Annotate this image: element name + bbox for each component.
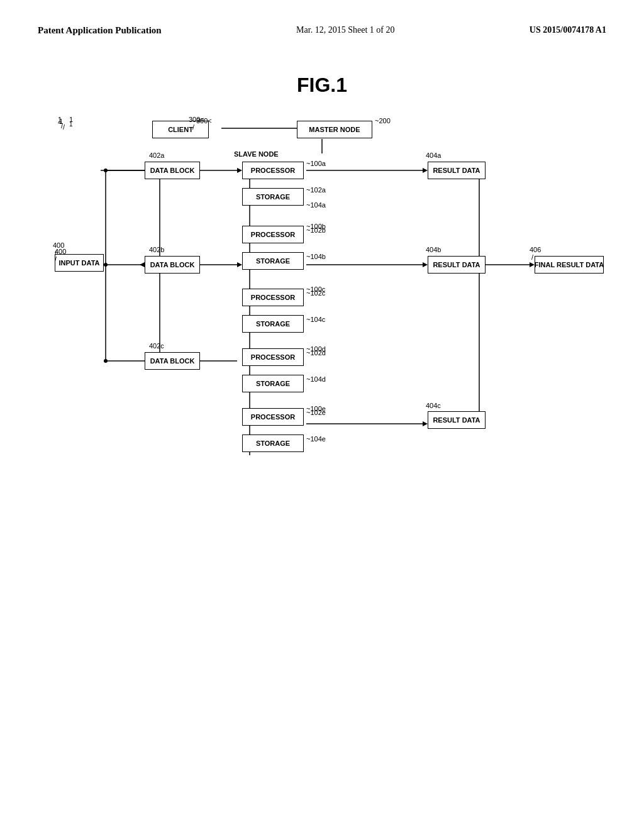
ref-100a: ~100a [306,160,326,167]
result-data-a-label: RESULT DATA [433,167,480,174]
processor-a-box: PROCESSOR [242,162,304,179]
data-block-a-label: DATA BLOCK [150,167,195,174]
ref-404c: 404c [426,402,441,409]
svg-marker-42 [423,168,428,173]
storage-c-label: STORAGE [256,320,290,328]
header: Patent Application Publication Mar. 12, … [38,25,606,36]
storage-e-box: STORAGE [242,434,304,452]
data-block-c-box: DATA BLOCK [145,352,200,370]
svg-marker-11 [237,262,242,267]
processor-b-label: PROCESSOR [251,231,295,238]
ref-200: ~200 [375,117,391,124]
processor-d-label: PROCESSOR [251,353,295,361]
storage-b-label: STORAGE [256,257,290,265]
ref-102d: ~102d [306,349,326,357]
result-data-c-label: RESULT DATA [433,416,480,424]
processor-e-label: PROCESSOR [251,413,295,421]
diagram-container: 1 1 CLIENT 300< MASTER NODE ~200 SLAVE N… [52,116,592,543]
processor-c-label: PROCESSOR [251,294,295,301]
processor-e-box: PROCESSOR [242,408,304,426]
svg-marker-51 [530,262,535,267]
page: Patent Application Publication Mar. 12, … [0,0,644,830]
diagram-svg [52,116,592,543]
ref-300-label: 300< / [189,116,204,131]
processor-d-box: PROCESSOR [242,348,304,366]
ref-404b: 404b [426,246,441,253]
ref-404a: 404a [426,152,441,159]
svg-marker-44 [423,262,428,267]
ref-104a: ~104a [306,201,326,209]
storage-c-box: STORAGE [242,315,304,333]
data-block-b-box: DATA BLOCK [145,256,200,274]
ref-402b: 402b [149,246,164,253]
header-center: Mar. 12, 2015 Sheet 1 of 20 [296,25,394,35]
ref-402a: 402a [149,152,164,159]
data-block-c-label: DATA BLOCK [150,357,195,365]
ref-104c: ~104c [306,316,325,323]
storage-a-label: STORAGE [256,193,290,201]
processor-c-box: PROCESSOR [242,289,304,306]
storage-e-label: STORAGE [256,440,290,447]
processor-a-label: PROCESSOR [251,167,295,174]
result-data-b-label: RESULT DATA [433,261,480,268]
result-data-b-box: RESULT DATA [428,256,486,274]
ref-1-slash: 1 [69,121,73,128]
final-result-data-box: FINAL RESULT DATA [535,256,604,274]
ref-102c: ~102c [306,289,325,297]
ref-1-slash-top: / [61,122,63,130]
storage-d-box: STORAGE [242,375,304,392]
svg-marker-9 [237,168,242,173]
final-result-data-label: FINAL RESULT DATA [535,261,604,268]
master-node-label: MASTER NODE [309,126,360,133]
data-block-b-label: DATA BLOCK [150,261,195,268]
ref-102a: ~102a [306,186,326,194]
header-left: Patent Application Publication [38,25,162,36]
fig-title: FIG.1 [38,74,606,97]
ref-102b: ~102b [306,226,326,234]
ref-102e: ~102e [306,409,326,416]
data-block-a-box: DATA BLOCK [145,162,200,179]
ref-402c: 402c [149,342,164,350]
storage-a-box: STORAGE [242,188,304,206]
header-right: US 2015/0074178 A1 [530,25,606,35]
ref-104b: ~104b [306,253,326,260]
svg-marker-46 [423,421,428,426]
ref-104d: ~104d [306,375,326,383]
result-data-a-box: RESULT DATA [428,162,486,179]
storage-d-label: STORAGE [256,380,290,387]
ref-104e: ~104e [306,435,326,443]
processor-b-box: PROCESSOR [242,226,304,243]
ref1-slash: / [63,123,65,131]
result-data-c-box: RESULT DATA [428,411,486,429]
slave-node-label: SLAVE NODE [234,150,279,158]
master-node-box: MASTER NODE [297,121,372,138]
ref-400-label: 400 / [53,241,64,257]
storage-b-box: STORAGE [242,252,304,270]
